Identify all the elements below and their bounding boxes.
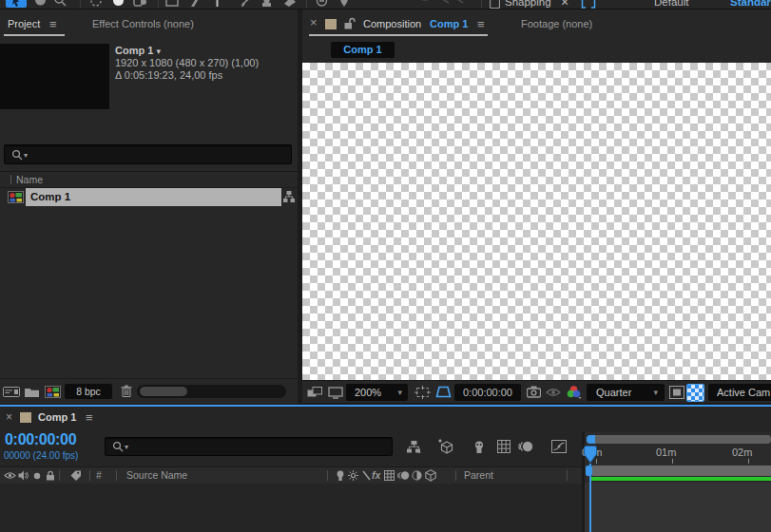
work-area-bar[interactable] — [592, 466, 771, 476]
playhead-line[interactable] — [589, 464, 591, 532]
project-item-row[interactable]: Comp 1 — [0, 188, 298, 206]
collapse-transformations-column-icon[interactable] — [348, 470, 358, 481]
camera-tool-icon[interactable] — [112, 0, 125, 8]
effects-column-icon[interactable]: fx — [372, 469, 380, 481]
motion-blur-column-icon[interactable] — [397, 470, 410, 481]
workspace-standard-label[interactable]: Standard — [730, 0, 771, 8]
info-chevron-down-icon[interactable]: ▾ — [156, 47, 161, 56]
frame-blending-column-icon[interactable] — [384, 470, 395, 481]
bpc-button[interactable]: 8 bpc — [65, 384, 112, 399]
video-eye-column-icon[interactable] — [4, 471, 16, 480]
interpret-footage-icon[interactable] — [3, 387, 20, 397]
snapping-label[interactable]: Snapping — [505, 0, 551, 8]
tab-project[interactable]: Project — [8, 18, 40, 29]
playhead-marker[interactable] — [584, 446, 597, 464]
search-icon — [112, 441, 124, 452]
comp-navigator-breadcrumb[interactable]: Comp 1 — [331, 42, 395, 58]
layer-list-area[interactable] — [0, 484, 582, 532]
new-folder-icon[interactable] — [25, 387, 39, 397]
type-tool-icon[interactable] — [211, 0, 223, 8]
audio-column-icon[interactable] — [18, 470, 29, 481]
frame-blending-toggle[interactable] — [497, 440, 511, 453]
grid-and-guides-icon[interactable] — [414, 386, 431, 399]
snapping-checkbox[interactable] — [490, 0, 500, 9]
column-header-name[interactable]: Name — [16, 174, 43, 185]
lock-column-icon[interactable] — [46, 470, 55, 481]
view-camera-dropdown[interactable]: Active Cam — [708, 384, 771, 401]
composition-viewer[interactable] — [302, 63, 771, 380]
tab-footage[interactable]: Footage (none) — [521, 18, 592, 29]
hide-shy-layers-toggle[interactable] — [472, 441, 487, 453]
snapshot-camera-icon[interactable] — [527, 386, 541, 398]
draft-3d-toggle[interactable] — [437, 439, 453, 454]
label-column-icon[interactable] — [70, 470, 82, 481]
time-navigator-bar[interactable] — [587, 435, 771, 444]
timeline-tab-label[interactable]: Comp 1 — [38, 411, 76, 423]
eraser-tool-icon[interactable] — [283, 0, 297, 8]
timeline-search-input[interactable]: ▾ — [105, 437, 393, 456]
track-area[interactable] — [585, 483, 771, 532]
search-options-chevron-icon[interactable]: ▾ — [125, 444, 128, 451]
resolution-dropdown[interactable]: Quarter ▾ — [587, 384, 665, 401]
timeline-close-icon[interactable]: × — [6, 411, 12, 423]
composition-panel-menu-icon[interactable]: ≡ — [477, 18, 485, 30]
adjustment-layer-column-icon[interactable] — [412, 470, 422, 481]
search-options-chevron-icon[interactable]: ▾ — [24, 152, 28, 160]
resolution-chevron-down-icon: ▾ — [653, 389, 658, 397]
pen-tool-icon[interactable] — [188, 0, 201, 8]
new-composition-icon[interactable] — [45, 386, 61, 398]
snapping-close-icon[interactable]: × — [561, 0, 569, 9]
rectangle-tool-icon[interactable] — [165, 0, 179, 8]
column-header-parent[interactable]: Parent — [464, 469, 493, 481]
column-divider — [116, 470, 117, 481]
hand-tool-icon[interactable] — [34, 0, 47, 8]
puppet-pin-tool-icon[interactable] — [338, 0, 350, 8]
current-time-field[interactable]: 0:00:00:00 — [5, 431, 76, 448]
show-snapshot-eye-icon[interactable] — [546, 388, 561, 397]
scrollbar-thumb[interactable] — [140, 387, 187, 396]
tab-composition[interactable]: Composition — [363, 18, 421, 29]
roto-brush-tool-icon[interactable] — [316, 0, 328, 8]
project-item-label[interactable]: Comp 1 — [30, 191, 70, 202]
composition-panel-tabbar: × Composition Comp 1 ≡ Footage (none) — [302, 10, 771, 37]
clone-stamp-tool-icon[interactable] — [260, 0, 273, 8]
always-preview-icon[interactable] — [307, 387, 322, 399]
panel-group-color-swatch — [20, 412, 31, 423]
brush-tool-icon[interactable] — [240, 0, 252, 8]
unlock-icon[interactable] — [344, 17, 356, 29]
navigator-start-handle[interactable] — [587, 435, 595, 444]
region-of-interest-icon[interactable] — [669, 386, 684, 399]
composition-mini-flowchart-icon[interactable] — [283, 191, 295, 202]
snap-options-icon[interactable] — [581, 0, 596, 9]
zoom-tool-icon[interactable] — [53, 0, 67, 8]
main-view-monitor-icon[interactable] — [328, 387, 343, 399]
trash-icon[interactable] — [121, 385, 132, 397]
selection-tool-icon[interactable] — [6, 0, 27, 8]
tab-effect-controls[interactable]: Effect Controls (none) — [92, 18, 194, 29]
rotation-tool-icon[interactable] — [89, 0, 103, 8]
pan-behind-tool-icon[interactable] — [133, 0, 147, 8]
3d-layer-column-icon[interactable] — [425, 469, 436, 482]
panel-close-icon[interactable]: × — [310, 16, 318, 28]
column-header-source-name[interactable]: Source Name — [126, 469, 187, 481]
quality-column-icon[interactable] — [362, 470, 371, 481]
zoom-level-dropdown[interactable]: 200% ▾ — [346, 384, 408, 401]
project-horizontal-scrollbar[interactable] — [137, 385, 286, 398]
workspace-default-label[interactable]: Default — [654, 0, 688, 8]
align-icon[interactable] — [411, 0, 468, 8]
tab-composition-target[interactable]: Comp 1 — [430, 18, 468, 29]
composition-mini-flowchart-button[interactable] — [407, 441, 421, 453]
transparency-grid-toggle[interactable] — [686, 384, 704, 402]
column-resize-handle[interactable] — [10, 175, 11, 184]
show-channels-icon[interactable] — [566, 385, 582, 399]
motion-blur-toggle[interactable] — [518, 440, 533, 453]
timeline-menu-icon[interactable]: ≡ — [86, 411, 93, 424]
project-panel-menu-icon[interactable]: ≡ — [49, 18, 57, 30]
shy-column-icon[interactable] — [335, 470, 346, 481]
solo-column-icon[interactable] — [33, 472, 41, 480]
graph-editor-button[interactable] — [551, 440, 567, 453]
column-header-number[interactable]: # — [96, 469, 102, 481]
project-search-input[interactable]: ▾ — [4, 144, 292, 164]
mask-visibility-toggle-icon[interactable] — [435, 386, 452, 398]
viewer-timecode-field[interactable]: 0:00:00:00 — [454, 384, 521, 401]
